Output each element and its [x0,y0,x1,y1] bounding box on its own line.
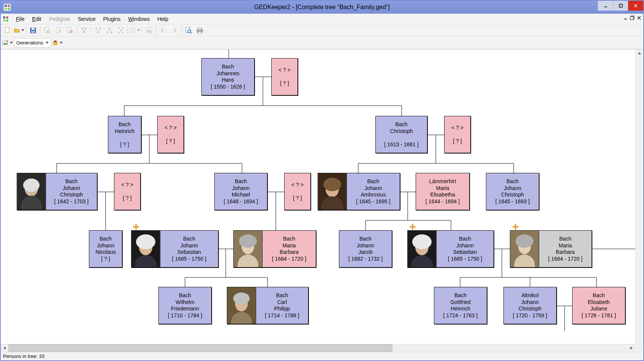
person-node-laemmerhirt[interactable]: Lämmerhirt Maria Elisabetha [ 1644 - 169… [416,173,470,210]
menu-help[interactable]: Help [153,14,172,24]
scrollbar-thumb[interactable] [8,344,392,352]
stats-button[interactable] [144,25,154,36]
expand-marker-icon[interactable] [409,223,416,230]
svg-rect-49 [150,31,151,32]
tree-ancestors-button[interactable] [93,25,103,36]
menu-service[interactable]: Service [74,14,100,24]
scroll-left-button[interactable] [1,344,8,352]
app-icon [4,4,11,11]
mdi-restore-button[interactable] [630,15,635,22]
person-node-maria-barbara-right[interactable]: Bach Maria Barbara [ 1684 - 1720 ] [510,230,592,268]
save-file-button[interactable] [28,25,38,36]
portrait-image [510,231,539,267]
svg-rect-2 [8,5,10,7]
delete-record-button[interactable] [65,25,75,36]
window-maximize-button[interactable] [613,1,628,11]
scroll-right-button[interactable] [628,344,635,352]
filter-button[interactable] [79,25,89,36]
person-node-unknown-spouse[interactable]: < ? > [ ? ] [444,116,471,153]
person-node-johann-christoph-1645[interactable]: Bach Johann Christoph [ 1645 - 1693 ] [486,173,539,210]
print-button[interactable] [195,25,205,36]
person-node-unknown-spouse[interactable]: < ? > [ ? ] [114,173,141,210]
status-text: Persons in tree: 33 [3,353,44,359]
person-node-christoph[interactable]: Bach Christoph [ 1613 - 1661 ] [375,116,427,153]
add-record-button[interactable] [42,25,52,36]
preview-button[interactable] [183,25,194,36]
expand-marker-icon[interactable] [512,223,519,230]
svg-rect-4 [8,8,10,10]
person-node-johann-michael[interactable]: Bach Johann Michael [ 1648 - 1694 ] [214,173,267,210]
nav-forward-button[interactable] [169,25,180,36]
expand-marker-icon[interactable] [133,223,139,230]
window-titlebar: GEDKeeper2 - [Complete tree "Bach_Family… [1,1,643,14]
scrollbar-track[interactable] [636,57,643,344]
person-node-unknown-spouse[interactable]: < ? > [ ? ] [284,173,311,210]
toolbar-separator [156,26,156,35]
person-node-carl-philipp[interactable]: Bach Carl Philipp [ 1714 - 1788 ] [227,287,309,324]
person-node-wilhelm-friedemann[interactable]: Bach Wilhelm Friedemann [ 1710 - 1784 ] [158,287,212,324]
svg-rect-1 [5,5,7,7]
person-node-johann-christoph-1642[interactable]: Bach Johann Christoph [ 1642 - 1703 ] [17,173,97,210]
horizontal-scrollbar[interactable] [1,344,635,352]
person-node-unknown-spouse[interactable]: < ? > [ ? ] [157,116,184,153]
main-toolbar [1,24,643,36]
svg-rect-33 [99,28,101,29]
svg-rect-31 [97,32,99,33]
modes-button[interactable] [52,38,63,48]
svg-point-56 [201,30,202,30]
menu-file[interactable]: File [12,14,28,24]
portrait-image [17,173,46,210]
pedigree-button[interactable] [130,25,140,36]
person-node-unknown-spouse[interactable]: < ? > [ ? ] [271,58,298,95]
svg-rect-6 [619,4,622,7]
svg-point-109 [323,178,341,191]
person-node-maria-barbara-left[interactable]: Bach Maria Barbara [ 1684 - 1720 ] [233,230,316,268]
mdi-close-button[interactable] [636,15,642,22]
person-node-heinrich[interactable]: Bach Heinrich [ ? ] [108,116,141,153]
person-node-johannes-hans[interactable]: Bach Johannes Hans [ 1550 - 1626 ] [201,58,255,95]
scroll-up-button[interactable] [636,49,643,57]
window-close-button[interactable] [628,1,643,11]
mdi-minimize-button[interactable] [623,15,628,22]
menu-pedigree[interactable]: Pedigree [45,14,74,24]
nav-back-button[interactable] [158,25,168,36]
edit-record-button[interactable] [53,25,64,36]
svg-point-113 [136,234,155,249]
generations-dropdown[interactable]: Generations [14,38,51,48]
svg-point-129 [233,293,250,304]
menu-plugins[interactable]: Plugins [99,14,124,24]
svg-point-117 [239,234,257,248]
tree-descendants-button[interactable] [104,25,115,36]
vertical-scrollbar[interactable] [635,49,643,352]
mdi-app-icon [2,16,9,22]
person-node-altnikol[interactable]: Altnikol Johann Christoph [ 1720 - 1759 … [503,287,557,324]
svg-point-121 [412,234,432,249]
person-node-johann-jacob[interactable]: Bach Johann Jacob [ 1682 - 1732 ] [339,230,392,268]
portrait-image [227,287,256,324]
toolbar-separator [26,26,26,35]
window-minimize-button[interactable] [598,1,613,11]
menu-edit[interactable]: Edit [28,14,45,24]
person-node-gottfried-heinrich[interactable]: Bach Gottfried Heinrich [ 1724 - 1763 ] [434,287,487,324]
svg-rect-48 [149,29,150,32]
portrait-image [234,231,263,267]
generations-label: Generations [16,40,43,46]
person-node-jsb-left[interactable]: Bach Johann Sebastian [ 1685 - 1750 ] [131,230,218,268]
open-file-button[interactable] [14,25,24,36]
tree-canvas-area: Bach Johannes Hans [ 1550 - 1626 ] < ? >… [1,49,643,352]
tree-both-button[interactable] [116,25,126,36]
svg-rect-13 [6,19,8,22]
status-bar: Persons in tree: 33 [1,352,643,360]
toolbar-separator [40,26,40,35]
svg-rect-11 [6,16,8,19]
scrollbar-track[interactable] [8,344,628,352]
person-node-jsb-right[interactable]: Bach Johann Sebastian [ 1685 - 1750 ] [407,230,494,268]
person-node-johann-ambrosius[interactable]: Bach Johann Ambrosius [ 1645 - 1695 ] [318,173,400,210]
export-image-button[interactable] [2,38,13,48]
new-file-button[interactable] [2,25,13,36]
person-node-elisabeth-juliane[interactable]: Bach Elisabeth Juliane [ 1726 - 1781 ] [572,287,625,324]
toolbar-separator [181,26,182,35]
person-node-johann-nicolaus[interactable]: Bach Johann Nicolaus [ ? ] [89,230,122,268]
tree-canvas[interactable]: Bach Johannes Hans [ 1550 - 1626 ] < ? >… [1,49,643,352]
menu-windows[interactable]: Windows [124,14,153,24]
